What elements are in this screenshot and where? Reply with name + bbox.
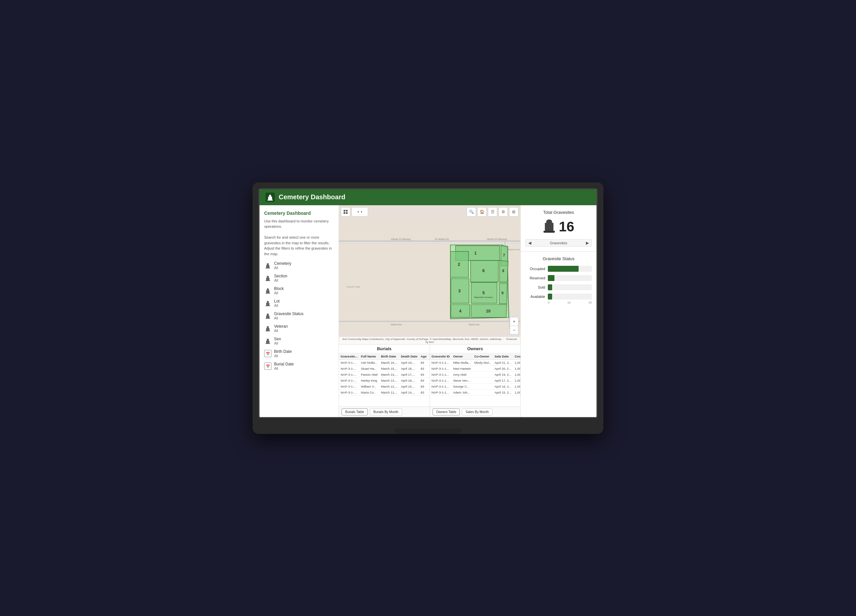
filter-gravesite-status[interactable]: Gravesite Status All [264,311,334,320]
svg-text:10: 10 [486,308,491,313]
filter-sex[interactable]: Sex All [264,337,334,345]
owners-table-cell: NAP-3-1-1... [430,389,451,395]
block-filter-icon [264,287,271,294]
map-zoom-controls: + − [510,317,518,334]
svg-rect-3 [266,265,269,268]
gravesite-status-filter-value: All [274,316,303,320]
burials-table-row[interactable]: NAP-3-1-...Maria Co...March 11,...April … [339,389,430,395]
burials-table-row[interactable]: NAP-3-1-...Ash Mulla...March 16,...April… [339,359,430,365]
cemetery-filter-icon [264,262,271,269]
burials-tabs: Burials Table Burials By Month [339,407,430,417]
owners-table-row[interactable]: NAP-3-1-1...Adem Joh...April 15, 2...1,0… [430,389,521,395]
map-search-btn[interactable]: 🔍 [467,207,476,217]
bar-label: Available [525,294,545,299]
owners-table-row[interactable]: NAP-3-1-1...Amy AbelApril 19, 2...1,000L… [430,371,521,377]
filter-section[interactable]: Section All [264,274,334,282]
burials-table-row[interactable]: NAP-3-1-...Harley KingMarch 13,...April … [339,377,430,383]
burials-table-cell: April 18,... [428,377,430,383]
total-gravesites-widget: Total Gravesites 16 ◀ Gr [521,205,596,251]
sidebar-title: Cemetery Dashboard [264,211,334,216]
owners-table-cell: April 16, 2... [493,383,513,389]
owners-table-cell: Mart Hartwin [451,365,473,371]
bar-track [548,294,592,300]
bottom-section: Burials Gravesite... Full Name Birth Dat… [339,344,520,417]
svg-text:Martin Ave: Martin Ave [468,323,479,325]
owners-table-row[interactable]: NAP-3-1-1...George C...April 16, 2...1,0… [430,383,521,389]
owners-table-cell: Mike Mulla... [451,359,473,365]
bar-label: Reserved [525,276,545,280]
burials-table-row[interactable]: NAP-3-1-...Paxton AbelMarch 14,...April … [339,371,430,377]
filter-cemetery[interactable]: Cemetery All [264,261,334,270]
burial-date-filter-icon: 📅 [264,362,271,370]
map-layers-btn[interactable]: ⚙ [499,207,508,217]
burials-table-cell: April 16,... [428,389,430,395]
burials-table-cell: March 14,... [379,371,399,377]
svg-rect-13 [267,301,269,303]
owners-table-row[interactable]: NAP-3-1-1...Steve Ven...April 17, 2...1,… [430,377,521,383]
burials-table-cell: William V... [359,383,379,389]
burials-by-month-tab[interactable]: Burials By Month [370,408,402,416]
burials-table-tab[interactable]: Burials Table [342,408,368,416]
owners-table-tab[interactable]: Owners Table [433,408,460,416]
burials-table-cell: NAP-3-1-... [339,377,359,383]
gravesites-count-icon [543,218,556,236]
sidebar-description: Use this dashboard to monitor cemetery o… [264,219,334,257]
burials-table-scroll[interactable]: Gravesite... Full Name Birth Date Death … [339,353,430,407]
burials-table-cell: 83 [419,359,428,365]
sales-by-month-tab[interactable]: Sales By Month [462,408,492,416]
burials-table-cell: 83 [419,389,428,395]
map-grid2-btn[interactable]: ⊞ [509,207,518,217]
cemetery-filter-value: All [274,266,291,270]
sex-filter-label: Sex [274,337,281,341]
burials-table-row[interactable]: NAP-3-1-...Stuart Ha...March 15,...April… [339,365,430,371]
svg-rect-6 [266,278,269,281]
owners-table-cell [473,371,493,377]
header-icon [265,192,275,202]
owners-table-row[interactable]: NAP-3-1-1...Mart HartwinApril 20, 2...1,… [430,365,521,371]
gravesites-nav-prev[interactable]: ◀ [528,241,531,245]
filter-birth-date[interactable]: 📅 Birth Date All [264,349,334,358]
svg-text:Hillside Dr Bikeway: Hillside Dr Bikeway [391,238,411,241]
birth-date-filter-icon: 📅 [264,350,271,357]
burials-table-row[interactable]: NAP-3-1-...William V...March 12,...April… [339,383,430,389]
svg-rect-9 [266,290,269,293]
owners-table-cell: NAP-3-1-1... [430,371,451,377]
zoom-out-button[interactable]: − [510,326,518,334]
burials-panel-title: Burials [339,345,430,353]
burial-date-filter-label: Burial Date [274,362,294,367]
svg-rect-10 [267,288,269,291]
owners-table-cell: Steve Ven... [451,377,473,383]
owners-table-scroll[interactable]: Gravesite ID Owner Co-Owner Sala Date Co… [430,353,521,407]
owners-panel: Owners Gravesite ID Owner Co-Owner Sala … [430,345,521,417]
owners-table-cell [473,383,493,389]
map-dropdown-btn[interactable]: ▾ ▾ [351,207,368,217]
svg-rect-7 [267,276,269,278]
svg-text:Hillside Rd Bikeway: Hillside Rd Bikeway [487,238,507,241]
axis-20: 20 [588,301,592,304]
owners-table-cell: 1,000 [513,389,520,395]
map-toolbar-right: 🔍 🏠 ☰ ⚙ ⊞ [467,207,518,217]
owners-table-cell: 1,000 [513,383,520,389]
map-home-btn[interactable]: 🏠 [477,207,487,217]
filter-veteran[interactable]: Veteran All [264,324,334,333]
filter-lot[interactable]: Lot All [264,299,334,308]
owners-table-cell: 1,000 [513,377,520,383]
svg-rect-5 [265,268,270,268]
svg-rect-12 [266,303,269,306]
map-list-btn[interactable]: ☰ [488,207,497,217]
burials-table-cell: April 14,... [399,389,419,395]
owners-table-row[interactable]: NAP-3-1-1...Mike Mulla...Mindy Mul...Apr… [430,359,521,365]
burials-table-cell: March 15,... [379,365,399,371]
owners-tabs: Owners Table Sales By Month [430,407,521,417]
filter-block[interactable]: Block All [264,286,334,295]
burials-table-cell: 83 [419,371,428,377]
zoom-in-button[interactable]: + [510,317,518,326]
veteran-filter-value: All [274,329,288,333]
map-grid-btn[interactable] [341,207,350,217]
filter-burial-date[interactable]: 📅 Burial Date All [264,362,334,370]
svg-rect-21 [266,340,269,343]
owners-table-cell: NAP-3-1-1... [430,365,451,371]
svg-rect-22 [267,339,269,341]
gravesites-nav-next[interactable]: ▶ [586,241,589,245]
map-container[interactable]: ▾ ▾ 🔍 🏠 ☰ ⚙ ⊞ [339,205,520,344]
